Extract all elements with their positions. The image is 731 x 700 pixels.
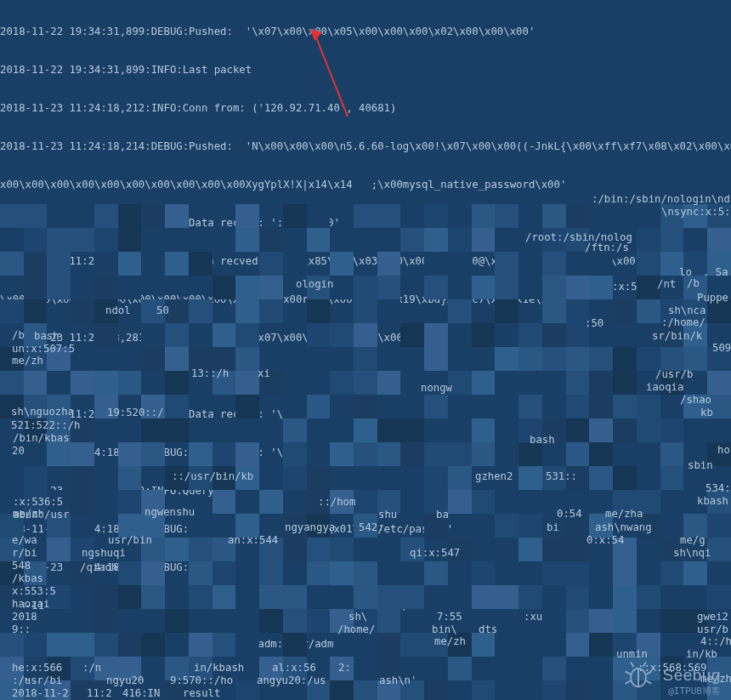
- text-fragment: 4::/h: [700, 635, 731, 648]
- text-fragment: \nsync:x:5:0: [661, 206, 731, 219]
- text-fragment: 509: [712, 342, 731, 355]
- text-fragment: 7:55: [437, 611, 462, 623]
- text-fragment: 19:520::/: [107, 407, 164, 419]
- text-fragment: ngshuqi: [82, 547, 126, 560]
- text-fragment: 548: [12, 560, 31, 572]
- text-fragment: dts: [479, 623, 497, 636]
- text-fragment: ngyu20: [106, 674, 144, 687]
- text-fragment: in/kbash: [194, 662, 244, 674]
- text-fragment: /qiaoh: [80, 561, 117, 574]
- text-fragment: 0:54: [557, 508, 582, 521]
- text-fragment: bi: [547, 521, 559, 534]
- text-fragment: sh\nca: [668, 304, 706, 317]
- text-fragment: qi:x:547: [410, 547, 460, 560]
- text-fragment: 521:522::/h: [11, 419, 80, 432]
- text-fragment: un:x:507:5: [12, 343, 75, 356]
- text-fragment: /home/: [337, 623, 375, 636]
- text-fragment: 2018-11-2: [12, 687, 69, 700]
- log-line: 2018-11-22 19:34:31,899:DEBUG:Pushed: '\…: [0, 26, 731, 38]
- text-fragment: /usr/b: [655, 368, 693, 381]
- text-fragment: :x:5: [612, 281, 638, 293]
- text-fragment: :/usr/bi: [12, 674, 62, 687]
- svg-line-9: [646, 680, 651, 684]
- log-line: 2018-11-23 11:24:18,281:DEBUG:Data recve…: [0, 255, 731, 268]
- text-fragment: :50: [585, 317, 604, 330]
- text-fragment: /nt: [657, 278, 676, 291]
- text-fragment: 0:x:54: [586, 534, 624, 547]
- text-fragment: ash\n': [379, 674, 416, 687]
- text-fragment: bash: [530, 434, 555, 447]
- text-fragment: 9:570::/ho: [170, 674, 233, 687]
- text-fragment: nongw: [421, 382, 452, 395]
- text-fragment: lo: [679, 266, 692, 279]
- log-line: 2018-11-23 11:24:18,281:DEBUG:Pushed: '\…: [0, 332, 731, 344]
- text-fragment: :/n: [82, 662, 101, 674]
- text-fragment: 13::/h: [191, 367, 229, 380]
- text-fragment: /b: [12, 329, 25, 342]
- text-fragment: 2018: [12, 611, 37, 623]
- text-fragment: iaoqia: [646, 381, 683, 394]
- text-fragment: haozai: [12, 598, 49, 611]
- text-fragment: ngwenshu: [144, 506, 195, 519]
- svg-line-6: [626, 671, 631, 674]
- log-line: 2018-11-23 11:24:18,212:INFO:Conn from: …: [0, 102, 731, 115]
- seebug-text: Seebug: [662, 669, 721, 681]
- text-fragment: /bin/kbas: [13, 432, 70, 445]
- text-fragment: me/zha: [605, 508, 643, 521]
- text-fragment: sbin: [688, 459, 713, 472]
- text-fragment: /b: [687, 277, 700, 290]
- log-line: 2018-11-23 11:24:18,349:INFO:Query: [0, 485, 731, 498]
- log-line: 2018-11-23 11:24:18,214:DEBUG:Pushed: 'N…: [0, 140, 731, 153]
- text-fragment: bash: [34, 330, 60, 343]
- log-line: 2018-11-23 11:24:18,348:DEBUG:Data recve…: [0, 447, 731, 459]
- log-line: x00\x00\x00\x00\x00\x00\x00\x00\x00\x00X…: [0, 179, 731, 191]
- text-fragment: kb: [700, 407, 713, 419]
- text-fragment: /shao: [680, 394, 711, 407]
- text-fragment: usr/bin: [108, 534, 152, 547]
- text-fragment: sr/bin/k: [652, 330, 702, 343]
- text-fragment: angyu20:/us: [257, 674, 326, 687]
- text-fragment: shu: [378, 509, 397, 521]
- text-fragment: ho: [717, 444, 730, 457]
- text-fragment: sh\nqi: [673, 547, 711, 560]
- text-fragment: usr/b: [697, 623, 728, 636]
- text-fragment: 20: [12, 445, 25, 458]
- svg-line-5: [643, 663, 647, 667]
- text-fragment: xi: [258, 367, 270, 380]
- text-fragment: ba: [436, 509, 449, 521]
- log-line: 2018-11-22 19:34:31,899:INFO:Last packet: [0, 64, 731, 77]
- text-fragment: me/zh: [13, 508, 44, 521]
- text-fragment: ::/usr/bin/kb: [172, 470, 253, 483]
- text-fragment: ndol: [105, 304, 131, 317]
- text-fragment: 2:: [338, 662, 351, 674]
- log-line: 2018-11-23 11:24:18,282:INFO:Last packet: [0, 370, 731, 383]
- text-fragment: /ftn:/s: [585, 242, 629, 254]
- text-fragment: me/zh: [12, 355, 43, 367]
- text-fragment: al:x:56: [272, 662, 316, 674]
- text-fragment: ngyangya: [285, 521, 335, 534]
- text-fragment: Puppe: [697, 292, 728, 304]
- text-fragment: 50: [156, 304, 169, 317]
- text-fragment: 9::: [12, 623, 31, 636]
- text-fragment: e/wa: [12, 534, 37, 547]
- text-fragment: 531::: [546, 470, 577, 483]
- text-fragment: ash\nwang: [595, 521, 652, 534]
- text-fragment: :/bin:/sbin/nologin\nd: [592, 193, 730, 206]
- text-fragment: an:x:544: [228, 534, 278, 547]
- text-fragment: bin\: [432, 623, 457, 636]
- seebug-logo-icon: [623, 659, 654, 690]
- svg-line-4: [631, 663, 634, 667]
- text-fragment: kbash: [697, 495, 728, 508]
- seebug-watermark: Seebug: [623, 659, 721, 690]
- text-fragment: :/home/: [661, 316, 706, 329]
- log-line: 2018-11-23 11:24:18,281:DEBUG:Data recve…: [0, 217, 731, 230]
- text-fragment: sh\nguozha: [11, 406, 74, 418]
- text-fragment: 534:: [706, 482, 731, 495]
- text-fragment: he:x:566: [12, 662, 62, 674]
- terminal-output: 2018-11-22 19:34:31,899:DEBUG:Pushed: '\…: [0, 0, 731, 700]
- text-fragment: ::/hom: [318, 496, 355, 509]
- text-fragment: :x:536:5: [13, 496, 63, 509]
- text-fragment: result: [183, 687, 220, 700]
- text-fragment: sh\: [348, 611, 367, 623]
- text-fragment: me/g: [680, 534, 706, 547]
